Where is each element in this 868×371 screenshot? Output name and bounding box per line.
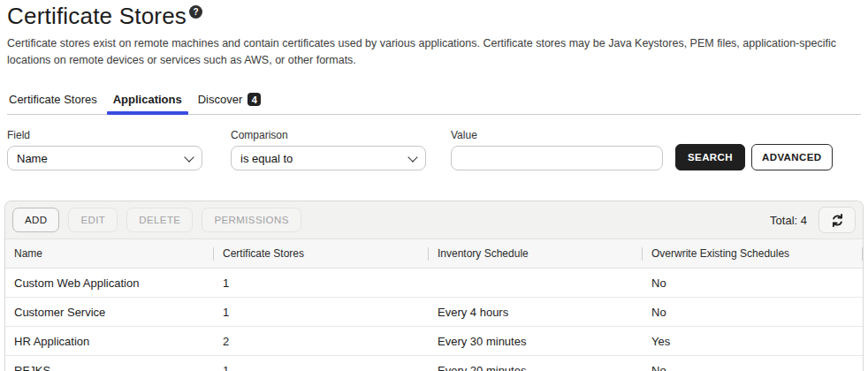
- tab-certificate-stores[interactable]: Certificate Stores: [9, 93, 97, 114]
- tab-label: Discover: [198, 93, 243, 106]
- column-header-inventory-schedule[interactable]: Inventory Schedule: [429, 239, 643, 269]
- cell-inventory-schedule: Every 30 minutes: [429, 327, 643, 356]
- permissions-button[interactable]: PERMISSIONS: [202, 208, 301, 232]
- cell-overwrite-existing-schedules: Yes: [643, 327, 863, 356]
- edit-button[interactable]: EDIT: [68, 208, 118, 232]
- table-row[interactable]: Customer Service 1 Every 4 hours No: [5, 298, 863, 327]
- grid-toolbar: ADD EDIT DELETE PERMISSIONS Total: 4: [5, 201, 863, 238]
- title-row: Certificate Stores ?: [7, 4, 861, 29]
- cell-certificate-stores: 2: [214, 327, 429, 356]
- applications-grid-panel: ADD EDIT DELETE PERMISSIONS Total: 4 Nam…: [4, 201, 864, 371]
- tab-label: Certificate Stores: [9, 93, 97, 106]
- total-count-label: Total: 4: [770, 214, 807, 227]
- cell-certificate-stores: 1: [214, 269, 429, 298]
- page-header-section: Certificate Stores ? Certificate stores …: [0, 4, 868, 170]
- refresh-button[interactable]: [819, 207, 856, 233]
- cell-overwrite-existing-schedules: No: [643, 269, 863, 298]
- tab-bar: Certificate Stores Applications Discover…: [7, 93, 861, 115]
- value-group: Value: [451, 129, 663, 170]
- search-button[interactable]: SEARCH: [675, 144, 745, 170]
- table-header-row: Name Certificate Stores Inventory Schedu…: [5, 239, 863, 269]
- cell-inventory-schedule: [429, 269, 643, 298]
- field-label: Field: [7, 129, 202, 141]
- cell-certificate-stores: 1: [214, 356, 429, 371]
- cell-name: Custom Web Application: [5, 269, 214, 298]
- page-description: Certificate stores exist on remote machi…: [7, 35, 857, 70]
- cell-overwrite-existing-schedules: No: [643, 298, 863, 327]
- cell-name: RFJKS: [5, 356, 214, 371]
- field-select[interactable]: Name: [7, 146, 202, 170]
- table-row[interactable]: HR Application 2 Every 30 minutes Yes: [5, 327, 863, 356]
- tab-label: Applications: [113, 93, 182, 106]
- tab-applications[interactable]: Applications: [113, 93, 182, 114]
- value-label: Value: [451, 129, 663, 141]
- cell-inventory-schedule: Every 20 minutes: [429, 356, 643, 371]
- column-header-certificate-stores[interactable]: Certificate Stores: [214, 239, 429, 269]
- column-header-name[interactable]: Name: [5, 239, 214, 269]
- cell-certificate-stores: 1: [214, 298, 429, 327]
- comparison-select[interactable]: is equal to: [231, 146, 426, 170]
- help-icon[interactable]: ?: [189, 5, 202, 19]
- cell-inventory-schedule: Every 4 hours: [429, 298, 643, 327]
- search-filter-bar: Field Name Comparison is equal to Value: [7, 129, 861, 170]
- cell-overwrite-existing-schedules: No: [643, 356, 863, 371]
- cell-name: HR Application: [5, 327, 214, 356]
- comparison-group: Comparison is equal to: [231, 129, 426, 170]
- refresh-icon: [829, 212, 846, 229]
- column-header-overwrite-existing-schedules[interactable]: Overwrite Existing Schedules: [643, 239, 863, 269]
- cell-name: Customer Service: [5, 298, 214, 327]
- discover-count-badge: 4: [247, 93, 261, 106]
- value-input[interactable]: [451, 146, 663, 170]
- applications-table: Name Certificate Stores Inventory Schedu…: [5, 238, 863, 371]
- delete-button[interactable]: DELETE: [126, 208, 193, 232]
- tab-discover[interactable]: Discover 4: [198, 93, 262, 114]
- comparison-label: Comparison: [231, 129, 426, 141]
- add-button[interactable]: ADD: [12, 208, 59, 232]
- field-group: Field Name: [7, 129, 202, 170]
- advanced-button[interactable]: ADVANCED: [751, 144, 833, 170]
- table-row[interactable]: RFJKS 1 Every 20 minutes No: [5, 356, 863, 371]
- page-title: Certificate Stores: [7, 4, 187, 29]
- table-row[interactable]: Custom Web Application 1 No: [5, 269, 863, 298]
